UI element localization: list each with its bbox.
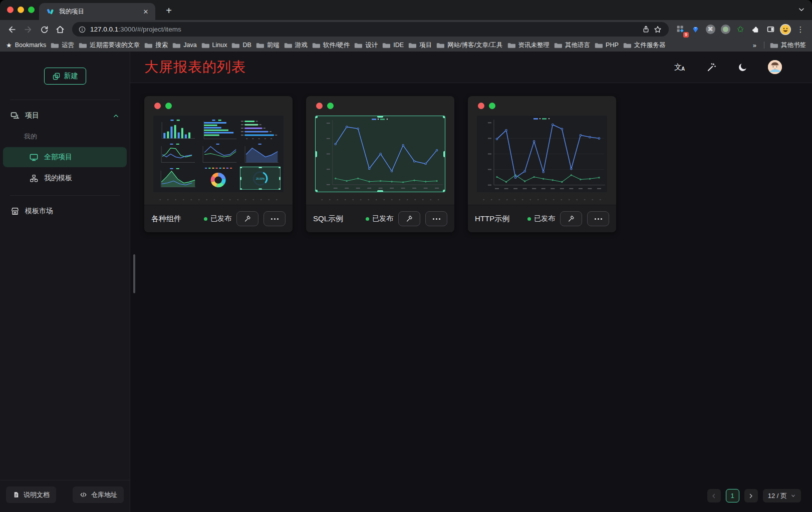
resize-handle[interactable]: [377, 190, 383, 192]
docs-button[interactable]: 说明文档: [6, 486, 56, 503]
resize-handle[interactable]: [377, 116, 383, 118]
minimize-window-button[interactable]: [18, 7, 24, 13]
sidebar-item-all-projects[interactable]: 全部项目: [3, 147, 127, 167]
more-options-button[interactable]: [425, 211, 447, 226]
folder-icon: [172, 42, 180, 49]
more-options-button[interactable]: [263, 211, 286, 226]
bookmark-folder[interactable]: Java: [172, 42, 196, 49]
bookmark-folder[interactable]: 近期需要读的文章: [79, 41, 140, 50]
back-button[interactable]: [5, 23, 19, 37]
browser-menu-icon[interactable]: ⋮: [794, 23, 807, 36]
page-header: 大屏报表的列表 文A: [130, 52, 812, 83]
film-strip-dots: [318, 196, 442, 204]
bookmark-folder[interactable]: Linux: [201, 42, 227, 49]
reload-button[interactable]: [37, 23, 51, 37]
project-card[interactable]: HTTP示例 已发布: [468, 96, 616, 232]
current-page-button[interactable]: 1: [726, 489, 739, 502]
project-thumbnail[interactable]: [315, 116, 445, 192]
bookmarks-manager-item[interactable]: ★ Bookmarks: [6, 42, 46, 49]
sidebar-divider: [10, 195, 120, 196]
new-project-button[interactable]: 新建: [44, 68, 86, 85]
bookmark-folder[interactable]: 资讯未整理: [507, 41, 550, 50]
share-icon[interactable]: [640, 24, 652, 36]
project-card[interactable]: SQL示例 已发布: [306, 96, 454, 232]
tab-close-icon[interactable]: ✕: [141, 7, 150, 16]
bookmark-folder[interactable]: 其他语言: [554, 41, 590, 50]
resize-handle[interactable]: [443, 116, 445, 118]
tab-search-chevron-icon[interactable]: [798, 6, 805, 13]
bookmark-folder[interactable]: 网站/博客/文章/工具: [436, 41, 502, 50]
repo-button[interactable]: 仓库地址: [73, 486, 124, 503]
gem-icon[interactable]: [689, 23, 702, 36]
url-bar[interactable]: 127.0.0.1:3000/#/project/items: [72, 22, 669, 37]
translate-icon[interactable]: 文A: [673, 61, 686, 74]
dark-mode-moon-icon[interactable]: [736, 61, 749, 74]
scrollbar-thumb[interactable]: [133, 254, 135, 293]
url-path: :3000/#/project/items: [118, 26, 181, 33]
site-info-icon[interactable]: [78, 26, 86, 34]
bookmark-folder[interactable]: 文件服务器: [623, 41, 666, 50]
forward-button[interactable]: [21, 23, 35, 37]
edit-hammer-button[interactable]: [398, 211, 420, 226]
bookmark-star-icon[interactable]: [652, 24, 664, 36]
all-projects-label: 全部项目: [44, 153, 72, 162]
bookmark-folder[interactable]: 设计: [354, 41, 378, 50]
resize-handle[interactable]: [443, 190, 445, 192]
sidebar-item-template-market[interactable]: 模板市场: [0, 200, 130, 223]
bookmark-folder[interactable]: 运营: [51, 41, 74, 50]
page-size-select[interactable]: 12 / 页: [763, 489, 801, 502]
bookmark-folder[interactable]: IDE: [382, 42, 404, 49]
edit-hammer-button[interactable]: [236, 211, 258, 226]
project-thumbnail[interactable]: [477, 116, 607, 192]
apps-grid-icon[interactable]: 9: [674, 23, 687, 36]
mini-capsule-chart: [240, 118, 281, 141]
hammer-icon: [567, 215, 575, 223]
profile-emoji-icon[interactable]: [779, 23, 792, 36]
line-chart-thumbnail: [316, 116, 445, 192]
user-avatar[interactable]: [768, 60, 782, 74]
bookmark-folder[interactable]: 软件/硬件: [312, 41, 350, 50]
card-window-dots: [306, 96, 454, 109]
folder-icon: [231, 42, 239, 49]
magic-wand-icon[interactable]: [705, 61, 718, 74]
bookmark-folder[interactable]: 前端: [256, 41, 280, 50]
resize-handle[interactable]: [315, 116, 318, 118]
other-bookmarks-item[interactable]: 其他书签: [770, 41, 806, 50]
edit-hammer-button[interactable]: [560, 211, 582, 226]
green-star-icon[interactable]: ✩: [734, 23, 747, 36]
red-dot-icon: [316, 103, 323, 109]
bookmark-folder[interactable]: PHP: [595, 42, 619, 49]
url-text[interactable]: 127.0.0.1:3000/#/project/items: [90, 26, 640, 33]
resize-handle[interactable]: [443, 151, 445, 157]
chevron-down-icon: [790, 493, 796, 498]
new-tab-button[interactable]: +: [162, 4, 175, 17]
prev-page-button[interactable]: [707, 489, 721, 502]
browser-tab[interactable]: 我的项目 ✕: [39, 3, 155, 20]
home-button[interactable]: [53, 23, 67, 37]
bookmarks-overflow-chevron[interactable]: »: [751, 42, 758, 49]
resize-handle[interactable]: [315, 151, 317, 157]
bookmark-folder[interactable]: 游戏: [284, 41, 308, 50]
chevron-up-icon[interactable]: [112, 112, 120, 120]
next-page-button[interactable]: [744, 489, 758, 502]
project-thumbnail[interactable]: 25.00%: [153, 116, 284, 192]
group-projects-label: 项目: [25, 111, 39, 120]
command-icon[interactable]: ⌘: [704, 23, 717, 36]
bookmark-folder[interactable]: 搜索: [144, 41, 168, 50]
resize-handle[interactable]: [315, 190, 318, 192]
tab-title: 我的项目: [59, 8, 141, 16]
project-card[interactable]: 25.00% 各种组件 已发布: [144, 96, 293, 232]
bookmark-folder[interactable]: DB: [231, 42, 251, 49]
sidebar-group-projects[interactable]: 项目: [0, 104, 130, 127]
status-badge: 已发布: [366, 214, 393, 223]
green-dot-icon: [165, 103, 172, 109]
sidebar-item-my-templates[interactable]: 我的模板: [3, 168, 127, 188]
bookmark-label: 搜索: [155, 41, 168, 50]
more-options-button[interactable]: [587, 211, 609, 226]
side-panel-icon[interactable]: [764, 23, 777, 36]
close-window-button[interactable]: [7, 7, 14, 13]
zoom-window-button[interactable]: [28, 7, 35, 13]
puzzle-icon[interactable]: [749, 23, 762, 36]
record-icon[interactable]: [719, 23, 732, 36]
bookmark-folder[interactable]: 项目: [408, 41, 432, 50]
